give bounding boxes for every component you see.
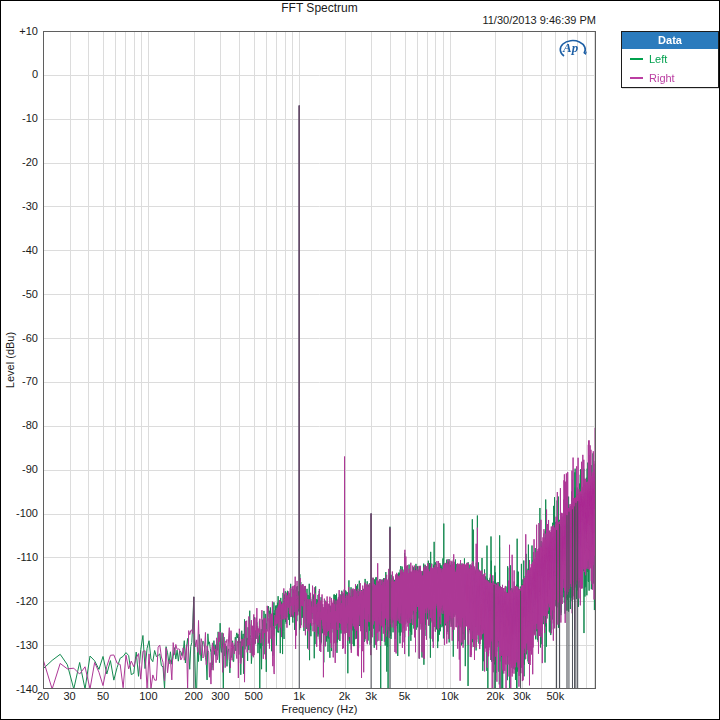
- x-tick-label: 50k: [546, 690, 564, 702]
- x-tick-label: 100: [139, 690, 157, 702]
- x-tick-label: 30k: [513, 690, 531, 702]
- y-tick-label: -140: [1, 683, 38, 696]
- legend-item-right[interactable]: Right: [622, 68, 718, 87]
- y-tick-label: -120: [1, 595, 38, 608]
- x-tick-label: 500: [245, 690, 263, 702]
- y-tick-label: -10: [1, 112, 38, 125]
- y-tick-label: -50: [1, 288, 38, 301]
- y-tick-label: -100: [1, 507, 38, 520]
- x-tick-label: 50: [97, 690, 109, 702]
- y-tick-label: -70: [1, 375, 38, 388]
- x-tick-label: 300: [211, 690, 229, 702]
- y-tick-label: -40: [1, 244, 38, 257]
- x-tick-label: 30: [63, 690, 75, 702]
- y-tick-label: -60: [1, 332, 38, 345]
- x-tick-label: 10k: [441, 690, 459, 702]
- x-tick-label: 3k: [365, 690, 377, 702]
- fft-spectrum-window: FFT Spectrum 11/30/2013 9:46:39 PM Level…: [0, 0, 720, 720]
- y-tick-label: 0: [1, 68, 38, 81]
- y-tick-label: -90: [1, 463, 38, 476]
- legend-item-left[interactable]: Left: [622, 49, 718, 68]
- x-tick-label: 20: [37, 690, 49, 702]
- x-tick-label: 200: [185, 690, 203, 702]
- left-trace-swatch-icon: [630, 58, 643, 60]
- legend-header: Data: [622, 32, 718, 49]
- measurement-timestamp: 11/30/2013 9:46:39 PM: [43, 14, 596, 26]
- legend-panel: Data Left Right: [621, 31, 719, 88]
- legend-label-right: Right: [649, 72, 675, 84]
- right-trace-swatch-icon: [630, 77, 643, 79]
- y-tick-label: -130: [1, 639, 38, 652]
- y-tick-label: -80: [1, 419, 38, 432]
- y-tick-label: -110: [1, 551, 38, 564]
- x-tick-label: 5k: [399, 690, 411, 702]
- y-tick-label: +10: [1, 25, 38, 38]
- x-tick-label: 2k: [339, 690, 351, 702]
- page-title: FFT Spectrum: [43, 1, 596, 15]
- legend-label-left: Left: [649, 53, 667, 65]
- audio-precision-logo-icon: Ap: [557, 34, 589, 60]
- svg-text:Ap: Ap: [562, 40, 579, 55]
- x-tick-label: 1k: [293, 690, 305, 702]
- y-tick-label: -20: [1, 156, 38, 169]
- x-axis-title: Frequency (Hz): [43, 703, 596, 715]
- y-tick-label: -30: [1, 200, 38, 213]
- spectrum-plot: [43, 31, 596, 689]
- x-tick-label: 20k: [486, 690, 504, 702]
